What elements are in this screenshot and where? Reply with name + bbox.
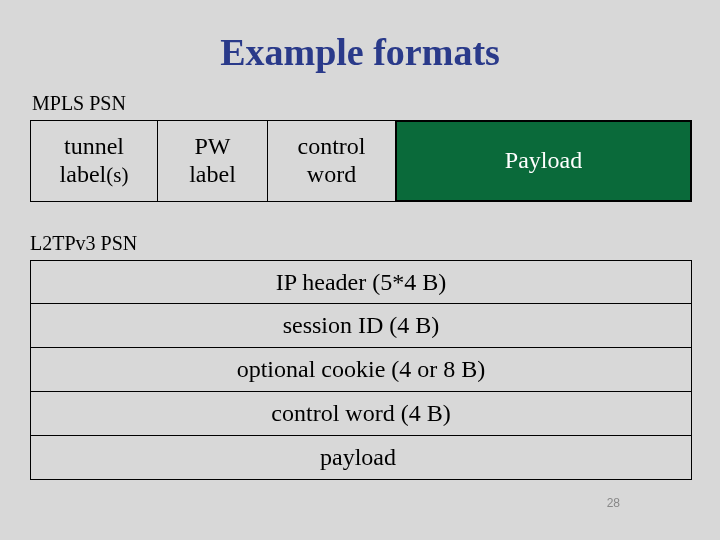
- l2tp-row-annot: (4 B): [389, 312, 439, 339]
- l2tp-row-control-word: control word (4 B): [30, 392, 692, 436]
- l2tp-row-text: payload: [320, 444, 396, 471]
- page-number: 28: [607, 496, 620, 510]
- mpls-tunnel-l2a: label: [60, 161, 107, 187]
- l2tp-row-session-id: session ID (4 B): [30, 304, 692, 348]
- mpls-pw-l2: label: [189, 161, 236, 187]
- section-label-mpls: MPLS PSN: [32, 92, 126, 115]
- mpls-pw-l1: PW: [194, 133, 230, 159]
- l2tp-row-optional-cookie: optional cookie (4 or 8 B): [30, 348, 692, 392]
- l2tp-row-text: control word: [271, 400, 394, 427]
- l2tp-row-annot: (5*4 B): [372, 269, 446, 296]
- section-label-l2tp: L2TPv3 PSN: [30, 232, 137, 255]
- l2tp-row-text: optional cookie: [237, 356, 386, 383]
- mpls-cell-control-word: control word: [268, 120, 396, 202]
- mpls-format-row: tunnel label(s) PW label control word Pa…: [30, 120, 692, 202]
- l2tp-row-text: session ID: [283, 312, 384, 339]
- mpls-tunnel-l1: tunnel: [64, 133, 124, 159]
- slide-title: Example formats: [0, 30, 720, 74]
- l2tp-row-ip-header: IP header (5*4 B): [30, 260, 692, 304]
- mpls-cell-tunnel: tunnel label(s): [30, 120, 158, 202]
- l2tp-row-annot: (4 or 8 B): [391, 356, 485, 383]
- mpls-cell-pw: PW label: [158, 120, 268, 202]
- l2tp-format-stack: IP header (5*4 B) session ID (4 B) optio…: [30, 260, 692, 480]
- mpls-cell-payload: Payload: [396, 120, 692, 202]
- mpls-tunnel-l2b: (s): [106, 163, 128, 187]
- mpls-ctrl-l2: word: [307, 161, 356, 187]
- l2tp-row-text: IP header: [276, 269, 366, 296]
- mpls-payload-text: Payload: [505, 147, 582, 175]
- mpls-ctrl-l1: control: [298, 133, 366, 159]
- l2tp-row-payload: payload: [30, 436, 692, 480]
- l2tp-row-annot: (4 B): [401, 400, 451, 427]
